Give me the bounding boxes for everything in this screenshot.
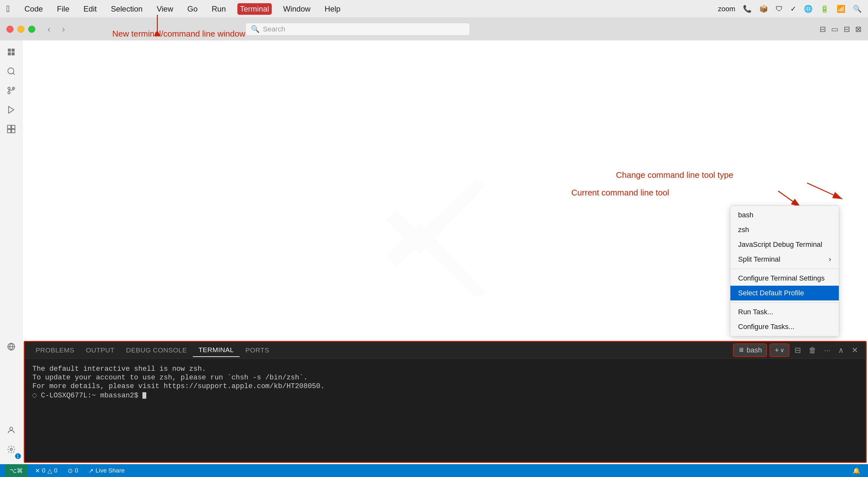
remote-icon[interactable] bbox=[3, 338, 20, 355]
terminal-line-2: To update your account to use zsh, pleas… bbox=[32, 374, 858, 382]
bash-icon: 🖥 bbox=[738, 347, 744, 353]
apple-menu[interactable]:  bbox=[6, 4, 10, 14]
terminal-panel: PROBLEMS OUTPUT DEBUG CONSOLE TERMINAL P… bbox=[24, 341, 867, 463]
nav-forward-button[interactable]: › bbox=[59, 23, 67, 36]
tab-ports[interactable]: PORTS bbox=[240, 344, 275, 357]
activity-bar: 1 bbox=[0, 40, 23, 464]
zoom-label: zoom bbox=[718, 5, 735, 13]
kill-terminal-button[interactable]: 🗑 bbox=[806, 345, 819, 356]
tab-debug-console[interactable]: DEBUG CONSOLE bbox=[120, 344, 193, 357]
new-terminal-annotation-text: New terminal/command line window bbox=[112, 29, 245, 39]
search-icon: 🔍 bbox=[251, 25, 259, 33]
terminal-content: The default interactive shell is now zsh… bbox=[25, 359, 866, 462]
search-icon[interactable] bbox=[3, 63, 20, 80]
terminal-prompt: ◌ C-LOSXQ677L:~ mbassan2$ bbox=[32, 392, 143, 400]
error-count: 0 bbox=[42, 467, 45, 474]
customize-layout-button[interactable]: ⊠ bbox=[855, 25, 862, 34]
close-button[interactable] bbox=[6, 26, 13, 33]
remote-status-button[interactable]: ⌥⌘ bbox=[5, 464, 27, 477]
menubar-right-items: zoom 📞 📦 🛡 ✓ 🌐 🔋 📶 🔍 bbox=[718, 5, 862, 13]
dropdown-zsh[interactable]: zsh bbox=[731, 222, 839, 237]
layout2-button[interactable]: ⊟ bbox=[844, 25, 850, 34]
menubar-window[interactable]: Window bbox=[281, 3, 313, 15]
search-icon-menu[interactable]: 🔍 bbox=[853, 5, 862, 13]
search-placeholder: Search bbox=[263, 25, 285, 33]
search-bar[interactable]: 🔍 Search bbox=[245, 23, 470, 36]
tab-terminal[interactable]: TERMINAL bbox=[193, 344, 240, 357]
dropdown-menu: bash zsh JavaScript Debug Terminal Split… bbox=[730, 205, 839, 336]
svg-marker-9 bbox=[8, 107, 13, 113]
more-actions-button[interactable]: ··· bbox=[822, 345, 833, 356]
menubar-code[interactable]: Code bbox=[22, 3, 45, 15]
dropdown-split[interactable]: Split Terminal › bbox=[731, 252, 839, 267]
source-control-icon[interactable] bbox=[3, 82, 20, 99]
live-share-status[interactable]: ↗ Live Share bbox=[86, 467, 127, 474]
errors-status[interactable]: ✕ 0 △ 0 bbox=[32, 467, 60, 474]
minimize-button[interactable] bbox=[17, 26, 24, 33]
statusbar-right: 🔔 bbox=[850, 467, 863, 474]
terminal-line-3: For more details, please visit https://s… bbox=[32, 382, 858, 390]
account-icon[interactable] bbox=[3, 422, 20, 439]
dropdown-js-debug[interactable]: JavaScript Debug Terminal bbox=[731, 237, 839, 252]
menubar-edit[interactable]: Edit bbox=[81, 3, 99, 15]
check-icon: ✓ bbox=[790, 5, 796, 13]
dropdown-separator-2 bbox=[731, 302, 839, 303]
dropdown-bash[interactable]: bash bbox=[731, 208, 839, 222]
svg-rect-1 bbox=[11, 49, 14, 52]
terminal-line-4: ◌ C-LOSXQ677L:~ mbassan2$ bbox=[32, 391, 858, 400]
wifi-icon: 📶 bbox=[837, 5, 845, 13]
terminal-cursor bbox=[143, 392, 146, 399]
dropdown-run-task[interactable]: Run Task... bbox=[731, 305, 839, 319]
menubar-run[interactable]: Run bbox=[209, 3, 228, 15]
maximize-panel-button[interactable]: ∧ bbox=[836, 345, 846, 356]
dropdown-separator-1 bbox=[731, 269, 839, 269]
notification-icon[interactable]: 🔔 bbox=[850, 467, 863, 474]
dropdown-select-default[interactable]: Select Default Profile bbox=[731, 286, 839, 300]
settings-icon[interactable]: 1 bbox=[3, 441, 20, 458]
svg-point-7 bbox=[8, 92, 10, 94]
bash-label: bash bbox=[746, 346, 762, 354]
dropdown-configure-tasks[interactable]: Configure Tasks... bbox=[731, 319, 839, 334]
split-editor-button[interactable]: ⊟ bbox=[819, 25, 826, 34]
run-debug-icon[interactable] bbox=[3, 101, 20, 118]
split-terminal-button[interactable]: ⊟ bbox=[792, 345, 804, 356]
remote-status[interactable]: ⊙ 0 bbox=[65, 467, 81, 474]
chevron-right-icon: › bbox=[829, 255, 831, 264]
menubar-help[interactable]: Help bbox=[322, 3, 343, 15]
menubar-file[interactable]: File bbox=[55, 3, 72, 15]
new-terminal-button[interactable]: + ∨ bbox=[770, 344, 789, 357]
bash-button[interactable]: 🖥 bash bbox=[733, 344, 767, 357]
warning-icon: △ bbox=[48, 467, 52, 474]
svg-rect-12 bbox=[7, 129, 10, 133]
svg-rect-11 bbox=[11, 125, 15, 129]
layout-button[interactable]: ▭ bbox=[831, 25, 838, 34]
svg-rect-3 bbox=[11, 52, 14, 55]
menubar-selection[interactable]: Selection bbox=[108, 3, 145, 15]
terminal-toolbar: 🖥 bash + ∨ ⊟ 🗑 ··· ∧ bbox=[733, 344, 861, 357]
shield-icon: 🛡 bbox=[776, 5, 783, 13]
titlebar-right: ⊟ ▭ ⊟ ⊠ bbox=[819, 25, 862, 34]
menubar-terminal[interactable]: Terminal bbox=[237, 3, 272, 15]
tab-problems[interactable]: PROBLEMS bbox=[30, 344, 80, 357]
error-icon: ✕ bbox=[35, 467, 40, 474]
explorer-icon[interactable] bbox=[3, 44, 20, 60]
broadcast-icon: ⊙ bbox=[68, 467, 73, 474]
svg-rect-13 bbox=[11, 129, 15, 133]
svg-point-4 bbox=[8, 68, 14, 74]
tab-output[interactable]: OUTPUT bbox=[80, 344, 120, 357]
svg-point-15 bbox=[10, 427, 12, 430]
svg-rect-0 bbox=[8, 49, 10, 52]
terminal-tabs-bar: PROBLEMS OUTPUT DEBUG CONSOLE TERMINAL P… bbox=[25, 342, 866, 359]
globe-icon: 🌐 bbox=[804, 5, 812, 13]
svg-rect-2 bbox=[8, 52, 10, 55]
nav-back-button[interactable]: ‹ bbox=[45, 23, 53, 36]
menubar-go[interactable]: Go bbox=[185, 3, 200, 15]
maximize-button[interactable] bbox=[28, 26, 35, 33]
extensions-icon[interactable] bbox=[3, 121, 20, 138]
dropdown-configure-settings[interactable]: Configure Terminal Settings bbox=[731, 271, 839, 286]
app-container:  Code File Edit Selection View Go Run T… bbox=[0, 0, 868, 477]
plus-icon: + bbox=[775, 346, 779, 354]
close-panel-button[interactable]: ✕ bbox=[849, 345, 861, 356]
menubar-view[interactable]: View bbox=[154, 3, 176, 15]
traffic-lights bbox=[6, 26, 35, 33]
